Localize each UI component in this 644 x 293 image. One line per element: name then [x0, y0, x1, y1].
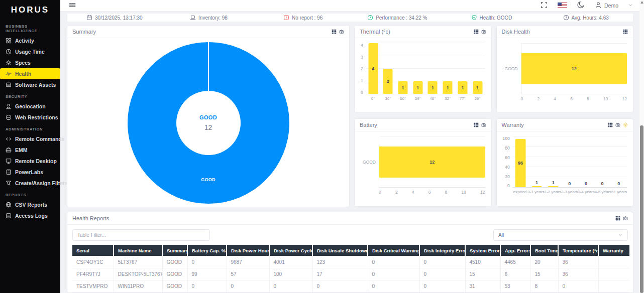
bar-value-label: 1: [425, 85, 441, 90]
camera-icon[interactable]: [481, 122, 486, 127]
bar-GOOD[interactable]: 12: [379, 146, 485, 178]
table-cell: [598, 280, 629, 292]
sidebar-item-create-assign-filters[interactable]: Create/Assign Filters: [0, 178, 60, 189]
scrollbar-thumb[interactable]: [640, 125, 643, 293]
table-cell: [598, 256, 629, 268]
x-axis-tick: 10: [461, 190, 466, 195]
x-axis-tick: 12: [622, 96, 626, 101]
sidebar-item-activity[interactable]: Activity: [0, 35, 60, 46]
x-axis-label: 0-1 years: [527, 190, 544, 194]
grid-icon[interactable]: [474, 122, 479, 127]
camera-icon[interactable]: [339, 29, 344, 34]
bar-value-label: 2: [380, 79, 395, 84]
stat-item: Performance : 34.22 %: [350, 15, 445, 21]
camera-icon[interactable]: [623, 216, 628, 221]
table-cell: 8: [530, 280, 558, 292]
sidebar-item-web-restrictions[interactable]: Web Restrictions: [0, 112, 60, 123]
sidebar-nav: BUSINESS INTELLIGENCEActivityUsage TimeS…: [0, 20, 60, 221]
card-title: Disk Health: [502, 29, 530, 35]
x-axis-label: 46°: [425, 96, 441, 101]
table-cell: 57: [227, 268, 269, 280]
card-title: Health Reports: [72, 215, 109, 221]
table-cell: TESTVMPRO: [72, 280, 114, 292]
grid-icon[interactable]: [615, 216, 620, 221]
x-axis-tick: 10: [603, 96, 608, 101]
column-filter-select[interactable]: All: [493, 229, 628, 241]
sidebar-item-health[interactable]: Health: [0, 68, 60, 79]
grid-icon[interactable]: [623, 29, 628, 34]
sidebar-section-label: REPORTS: [0, 189, 60, 199]
charts-grid: Summary GOOD GOOD 12: [67, 25, 633, 207]
table-cell: GOOD: [162, 268, 187, 280]
sidebar-item-remote-commands[interactable]: Remote Commands: [0, 133, 60, 144]
y-axis-category-label: GOOD: [361, 136, 376, 188]
table-row: CSP4OY1C5LT3767GOOD096874001123004510446…: [72, 256, 629, 268]
sidebar-item-remote-desktop[interactable]: Remote Desktop: [0, 156, 60, 167]
table-cell: 36: [558, 256, 598, 268]
sidebar-item-emm[interactable]: EMM: [0, 144, 60, 156]
bar-value-label: 1: [528, 180, 545, 185]
user-name: Demo: [604, 3, 618, 9]
bar-value-label: 0: [562, 181, 578, 186]
table-row: PF4R9T7JDESKTOP-5LT3767GOOD9957100170015…: [72, 268, 629, 280]
sidebar-item-access-logs[interactable]: Access Logs: [0, 210, 60, 221]
column-header: Machine Name: [114, 245, 162, 256]
y-axis-tick: 0: [361, 90, 363, 94]
column-header: Disk Unsafe Shutdowns: [312, 245, 368, 256]
donut-slice-good[interactable]: GOOD GOOD 12: [128, 42, 289, 204]
grid-icon[interactable]: [474, 29, 479, 34]
language-button[interactable]: [558, 3, 567, 9]
card-actions: [474, 122, 486, 127]
sidebar-item-label: Health: [15, 71, 31, 77]
table-cell: 6: [500, 268, 530, 280]
briefcase-icon: [6, 147, 12, 153]
sidebar-item-software-assets[interactable]: Software Assets: [0, 79, 60, 90]
stat-item: Health: GOOD: [445, 15, 539, 21]
location-icon: [6, 103, 12, 109]
table-cell: 0: [368, 256, 419, 268]
stat-item: 30/12/2025, 13:17:30: [67, 15, 162, 21]
software-icon: [6, 82, 12, 88]
camera-icon[interactable]: [481, 29, 486, 34]
scrollbar-up-arrow[interactable]: [640, 1, 643, 4]
grid-icon[interactable]: [332, 29, 337, 34]
fullscreen-button[interactable]: [541, 2, 548, 10]
page-scrollbar[interactable]: [639, 0, 644, 293]
x-axis-label: 2-3 years: [561, 190, 578, 194]
table-filter-input[interactable]: [72, 229, 210, 241]
stat-item: Avg. Hours: 4.63: [539, 15, 633, 21]
table-toolbar: All: [67, 225, 633, 245]
camera-icon[interactable]: [615, 122, 620, 127]
sidebar-item-csv-reports[interactable]: CSV Reports: [0, 199, 60, 210]
x-axis-label: 5+ years: [611, 190, 627, 194]
sidebar-item-powerlabs[interactable]: PowerLabs: [0, 167, 60, 178]
stat-item: No report : 96: [256, 15, 350, 21]
dark-mode-button[interactable]: [577, 1, 585, 10]
menu-toggle-button[interactable]: [68, 1, 76, 11]
sidebar-item-specs[interactable]: Specs: [0, 57, 60, 68]
alertsq-icon: [283, 15, 289, 21]
sidebar-item-geolocation[interactable]: Geolocation: [0, 101, 60, 112]
sidebar-item-label: Activity: [15, 38, 34, 44]
table-cell: 0: [312, 280, 368, 292]
bar-GOOD[interactable]: 12: [521, 53, 627, 84]
shield-icon: [471, 15, 477, 21]
user-icon: [595, 2, 602, 10]
grid-icon[interactable]: [608, 122, 613, 127]
card-title: Battery: [360, 122, 377, 128]
bar-value-label: 1: [410, 85, 425, 90]
sidebar-item-usage-time[interactable]: Usage Time: [0, 46, 60, 57]
bar-1-2 years[interactable]: [548, 186, 559, 187]
globe-icon: [6, 202, 12, 208]
table-wrapper: SerialMachine NameSummaryBattery Cap. %D…: [67, 245, 633, 292]
table-cell: 0: [269, 280, 312, 292]
bar-value-label: 1: [470, 85, 485, 90]
x-axis-tick: 6: [428, 190, 431, 195]
hamburger-icon: [68, 1, 76, 11]
clock-icon: [563, 15, 569, 21]
bar-0-1 years[interactable]: [531, 186, 542, 187]
settings-icon[interactable]: [623, 122, 628, 127]
bar-value-label: 1: [440, 85, 455, 90]
column-header: Summary: [162, 245, 187, 256]
user-menu[interactable]: Demo: [595, 2, 633, 10]
